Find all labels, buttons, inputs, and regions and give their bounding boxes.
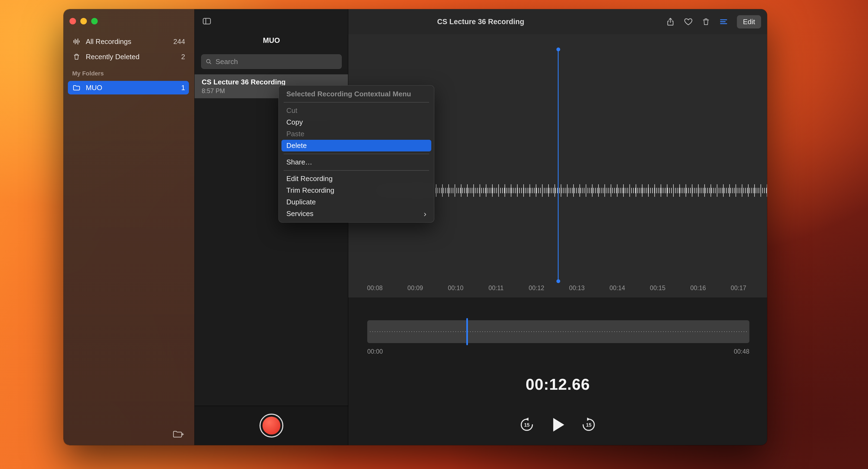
context-menu: Selected Recording Contextual Menu Cut C… — [278, 85, 434, 223]
traffic-lights — [69, 18, 98, 24]
timeline-label: 00:11 — [484, 284, 509, 292]
playback-controls: 15 15 — [348, 416, 767, 433]
playhead-top-dot[interactable] — [556, 48, 560, 51]
waveform-icon — [72, 37, 82, 45]
playback-settings-icon — [719, 17, 728, 26]
menu-item-share[interactable]: Share… — [279, 156, 434, 168]
record-bar — [195, 406, 348, 445]
chevron-right-icon: › — [424, 210, 426, 218]
menu-separator — [284, 154, 429, 154]
toolbar: Edit — [666, 9, 761, 34]
minimize-button[interactable] — [80, 18, 87, 24]
sidebar-item-label: Recently Deleted — [86, 53, 140, 61]
context-menu-title: Selected Recording Contextual Menu — [279, 88, 434, 100]
menu-item-duplicate[interactable]: Duplicate — [279, 196, 434, 208]
share-icon — [666, 17, 675, 26]
skip-back-label: 15 — [524, 422, 530, 428]
menu-item-label: Services — [286, 210, 313, 218]
sidebar-section-header: My Folders — [72, 70, 104, 77]
menu-separator — [284, 102, 429, 102]
overview-end-label: 00:48 — [734, 348, 749, 355]
skip-forward-15-button[interactable]: 15 — [581, 417, 596, 433]
detail-pane: 00:08 00:09 00:10 00:11 00:12 00:13 00:1… — [348, 9, 767, 445]
timeline-ruler: 00:08 00:09 00:10 00:11 00:12 00:13 00:1… — [362, 284, 751, 292]
sidebar-item-count: 1 — [181, 84, 185, 92]
timeline-label: 00:14 — [605, 284, 630, 292]
sidebar: All Recordings 244 Recently Deleted 2 My… — [63, 9, 194, 445]
record-dot-icon — [262, 417, 280, 435]
menu-separator — [284, 170, 429, 171]
timeline-label: 00:17 — [726, 284, 751, 292]
playback-settings-button[interactable] — [719, 17, 728, 26]
sidebar-item-folder-muo[interactable]: MUO 1 — [68, 81, 189, 94]
sidebar-item-count: 244 — [174, 37, 185, 46]
overview-playhead[interactable] — [466, 318, 468, 345]
search-field[interactable] — [201, 54, 342, 69]
overview-scrubber[interactable] — [367, 320, 749, 343]
trash-icon — [702, 17, 710, 26]
playhead-bottom-dot[interactable] — [556, 279, 560, 283]
trash-icon — [72, 53, 82, 61]
play-button[interactable] — [550, 416, 566, 433]
timeline-label: 00:15 — [645, 284, 670, 292]
timeline-label: 00:13 — [564, 284, 589, 292]
close-button[interactable] — [69, 18, 76, 24]
sidebar-item-recently-deleted[interactable]: Recently Deleted 2 — [68, 50, 189, 63]
edit-button[interactable]: Edit — [737, 15, 761, 29]
play-icon — [550, 416, 566, 433]
overview-start-label: 00:00 — [367, 348, 383, 355]
record-button[interactable] — [259, 414, 283, 438]
menu-item-copy[interactable]: Copy — [279, 117, 434, 128]
menu-item-cut: Cut — [279, 105, 434, 117]
playhead[interactable] — [558, 50, 559, 281]
timeline-label: 00:16 — [686, 284, 711, 292]
search-icon — [205, 58, 212, 65]
menu-item-edit-recording[interactable]: Edit Recording — [279, 173, 434, 185]
search-input[interactable] — [215, 57, 338, 66]
current-time-display: 00:12.66 — [348, 375, 767, 393]
folder-icon — [72, 84, 82, 92]
sidebar-toggle-icon[interactable] — [202, 16, 212, 27]
voice-memos-window: All Recordings 244 Recently Deleted 2 My… — [63, 9, 767, 445]
skip-back-15-button[interactable]: 15 — [519, 417, 535, 433]
list-panel-title: MUO — [195, 36, 348, 45]
sidebar-item-label: All Recordings — [86, 37, 131, 46]
timeline-label: 00:10 — [443, 284, 468, 292]
menu-item-delete[interactable]: Delete — [281, 140, 431, 152]
recordings-list-panel: MUO CS Lecture 36 Recording 8:57 PM — [194, 9, 348, 445]
delete-button[interactable] — [702, 17, 710, 26]
heart-icon — [684, 17, 693, 26]
new-folder-button[interactable] — [173, 429, 184, 439]
zoom-button[interactable] — [91, 18, 98, 24]
timeline-label: 00:08 — [362, 284, 387, 292]
favorite-button[interactable] — [684, 17, 693, 26]
sidebar-item-label: MUO — [86, 84, 102, 92]
sidebar-item-count: 2 — [181, 53, 185, 61]
menu-item-services[interactable]: Services › — [279, 208, 434, 220]
menu-item-paste: Paste — [279, 128, 434, 140]
timeline-label: 00:09 — [403, 284, 428, 292]
timeline-label: 00:12 — [524, 284, 549, 292]
share-button[interactable] — [666, 17, 675, 26]
sidebar-item-all-recordings[interactable]: All Recordings 244 — [68, 35, 189, 48]
menu-item-trim-recording[interactable]: Trim Recording — [279, 185, 434, 196]
overview-waveform — [370, 332, 747, 332]
skip-forward-label: 15 — [586, 422, 591, 428]
